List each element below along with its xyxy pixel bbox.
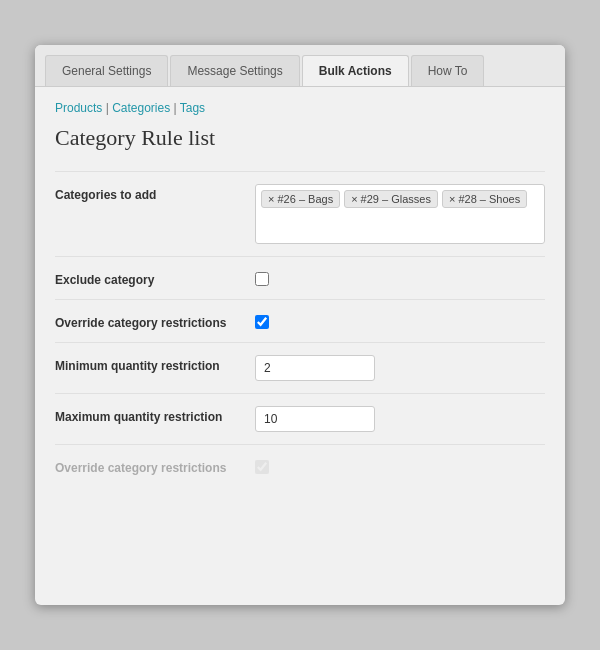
form-row-override-2: Override category restrictions (55, 444, 545, 487)
max-qty-control (255, 406, 545, 432)
min-qty-control (255, 355, 545, 381)
main-panel: General Settings Message Settings Bulk A… (35, 45, 565, 605)
tag-input-container[interactable]: × #26 – Bags × #29 – Glasses × #28 – Sho… (255, 184, 545, 244)
breadcrumb: Products | Categories | Tags (55, 101, 545, 115)
tag-shoes[interactable]: × #28 – Shoes (442, 190, 527, 208)
max-qty-input[interactable] (255, 406, 375, 432)
tab-general-settings[interactable]: General Settings (45, 55, 168, 86)
tab-how-to[interactable]: How To (411, 55, 485, 86)
exclude-checkbox[interactable] (255, 272, 269, 286)
tab-message-settings[interactable]: Message Settings (170, 55, 299, 86)
max-qty-label: Maximum quantity restriction (55, 406, 255, 424)
override-2-label: Override category restrictions (55, 457, 255, 475)
tab-bar: General Settings Message Settings Bulk A… (35, 45, 565, 87)
content-area: Products | Categories | Tags Category Ru… (35, 87, 565, 507)
page-title: Category Rule list (55, 125, 545, 151)
breadcrumb-tags[interactable]: Tags (180, 101, 205, 115)
tab-bulk-actions[interactable]: Bulk Actions (302, 55, 409, 86)
categories-input-area[interactable]: × #26 – Bags × #29 – Glasses × #28 – Sho… (255, 184, 545, 244)
override-control (255, 312, 545, 329)
exclude-control (255, 269, 545, 286)
form-row-categories: Categories to add × #26 – Bags × #29 – G… (55, 171, 545, 256)
categories-label: Categories to add (55, 184, 255, 202)
form-row-min-qty: Minimum quantity restriction (55, 342, 545, 393)
override-2-control (255, 457, 545, 474)
form-row-max-qty: Maximum quantity restriction (55, 393, 545, 444)
breadcrumb-products[interactable]: Products (55, 101, 102, 115)
min-qty-label: Minimum quantity restriction (55, 355, 255, 373)
min-qty-input[interactable] (255, 355, 375, 381)
override-2-checkbox (255, 460, 269, 474)
override-label: Override category restrictions (55, 312, 255, 330)
breadcrumb-categories[interactable]: Categories (112, 101, 170, 115)
form-row-exclude: Exclude category (55, 256, 545, 299)
tag-glasses[interactable]: × #29 – Glasses (344, 190, 438, 208)
tag-bags[interactable]: × #26 – Bags (261, 190, 340, 208)
exclude-label: Exclude category (55, 269, 255, 287)
override-checkbox[interactable] (255, 315, 269, 329)
form-row-override: Override category restrictions (55, 299, 545, 342)
